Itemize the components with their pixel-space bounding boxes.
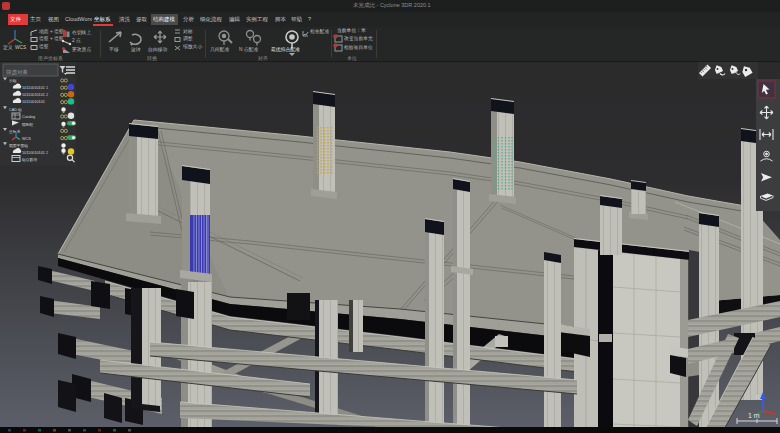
svg-text:10110010101 2: 10110010101 2 — [22, 151, 48, 155]
svg-text:云组: 云组 — [9, 78, 17, 83]
svg-text:z: z — [756, 393, 760, 400]
svg-text:截面平面组: 截面平面组 — [9, 143, 28, 148]
svg-text:组合数据: 组合数据 — [22, 157, 37, 162]
svg-text:WCS: WCS — [22, 137, 31, 141]
svg-text:10110010101 2: 10110010101 2 — [22, 93, 48, 97]
svg-text:10110010101 1: 10110010101 1 — [22, 86, 48, 90]
svg-text:Catalog: Catalog — [22, 115, 35, 119]
svg-text:筛选对象: 筛选对象 — [6, 69, 28, 76]
svg-text:限制框: 限制框 — [22, 122, 34, 127]
svg-text:10110010101: 10110010101 — [22, 100, 45, 104]
svg-text:CAD 组: CAD 组 — [9, 107, 22, 112]
svg-text:1 m: 1 m — [748, 412, 760, 419]
svg-text:坐标系: 坐标系 — [8, 129, 21, 134]
